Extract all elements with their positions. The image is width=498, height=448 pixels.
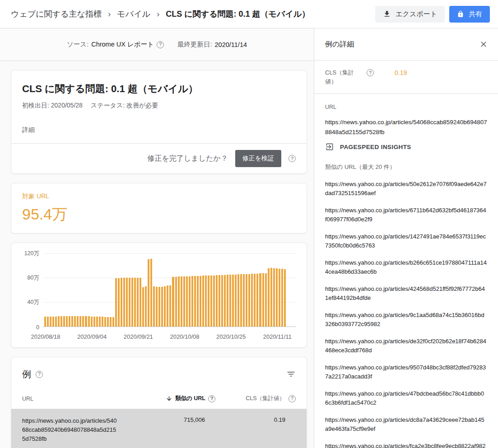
bar[interactable] — [221, 275, 223, 327]
filter-icon[interactable] — [286, 369, 296, 379]
bar[interactable] — [148, 259, 149, 327]
similar-url[interactable]: https://news.yahoo.co.jp/articles/9c1aa5… — [325, 311, 487, 328]
similar-urls-help-icon[interactable]: ? — [208, 395, 215, 402]
bar[interactable] — [183, 276, 185, 327]
bar[interactable] — [71, 316, 73, 327]
bar[interactable] — [145, 286, 147, 327]
share-button[interactable]: 共有 — [449, 6, 490, 23]
breadcrumb-mobile[interactable]: モバイル — [117, 9, 150, 19]
bar[interactable] — [254, 274, 256, 327]
bar[interactable] — [262, 273, 264, 327]
cls-help-icon[interactable]: ? — [289, 395, 296, 402]
bar[interactable] — [69, 316, 70, 327]
bar[interactable] — [210, 275, 212, 327]
bar[interactable] — [50, 317, 51, 327]
pagespeed-insights-link[interactable]: PAGESPEED INSIGHTS — [325, 142, 487, 151]
bar[interactable] — [66, 316, 68, 327]
bar[interactable] — [131, 278, 133, 327]
bar[interactable] — [251, 274, 253, 327]
bar[interactable] — [178, 276, 180, 327]
bar[interactable] — [115, 278, 117, 327]
bar[interactable] — [88, 316, 90, 327]
bar[interactable] — [208, 275, 209, 327]
bar[interactable] — [158, 287, 160, 327]
similar-url[interactable]: https://news.yahoo.co.jp/articles/47bdcb… — [325, 389, 487, 407]
affected-urls-metric-card[interactable]: 対象 URL 95.4万 — [11, 183, 307, 233]
bar[interactable] — [164, 286, 166, 327]
column-header-similar-urls[interactable]: 類似の URL ? — [143, 395, 215, 402]
bar[interactable] — [248, 274, 250, 327]
bar[interactable] — [96, 317, 98, 327]
bar[interactable] — [99, 317, 101, 327]
bar[interactable] — [202, 275, 204, 327]
bar[interactable] — [284, 269, 286, 327]
bar[interactable] — [156, 287, 158, 327]
bar[interactable] — [213, 275, 215, 327]
bar[interactable] — [137, 278, 139, 327]
bar[interactable] — [47, 317, 49, 327]
bar[interactable] — [216, 275, 218, 327]
bar[interactable] — [279, 269, 280, 327]
bar[interactable] — [235, 275, 237, 327]
table-row[interactable]: https://news.yahoo.co.jp/articles/54068c… — [11, 409, 307, 448]
similar-url[interactable]: https://news.yahoo.co.jp/articles/50e261… — [325, 180, 487, 197]
bar[interactable] — [123, 278, 125, 327]
bar[interactable] — [256, 274, 258, 327]
bar[interactable] — [112, 317, 114, 327]
bar[interactable] — [189, 276, 191, 327]
cls-aggregate-help-icon[interactable]: ? — [367, 69, 374, 76]
validate-fix-button[interactable]: 修正を検証 — [235, 150, 281, 167]
similar-url[interactable]: https://news.yahoo.co.jp/articles/142749… — [325, 232, 487, 250]
bar[interactable] — [175, 277, 177, 327]
bar[interactable] — [85, 316, 87, 327]
similar-url[interactable]: https://news.yahoo.co.jp/articles/de32f0… — [325, 337, 487, 355]
bar[interactable] — [167, 285, 168, 327]
bar[interactable] — [172, 277, 174, 327]
bar[interactable] — [77, 316, 79, 327]
bar[interactable] — [281, 269, 283, 327]
bar[interactable] — [82, 316, 84, 327]
bar[interactable] — [194, 276, 196, 327]
source-help-icon[interactable]: ? — [157, 41, 164, 48]
bar[interactable] — [150, 259, 152, 327]
bar[interactable] — [237, 274, 239, 327]
bar[interactable] — [276, 268, 278, 327]
bar[interactable] — [91, 317, 93, 327]
examples-help-icon[interactable]: ? — [36, 371, 43, 378]
bar[interactable] — [52, 317, 54, 327]
bar[interactable] — [44, 317, 46, 327]
example-url[interactable]: https://news.yahoo.co.jp/articles/54068c… — [325, 117, 487, 137]
bar[interactable] — [224, 275, 226, 327]
column-header-url[interactable]: URL — [22, 396, 143, 402]
bar[interactable] — [186, 276, 188, 327]
bar[interactable] — [134, 278, 136, 327]
bar[interactable] — [265, 273, 267, 327]
bar[interactable] — [129, 278, 130, 327]
validate-help-icon[interactable]: ? — [289, 155, 296, 162]
bar[interactable] — [259, 273, 261, 327]
bar[interactable] — [273, 268, 275, 327]
bar[interactable] — [232, 275, 234, 327]
bar[interactable] — [55, 317, 57, 327]
bar[interactable] — [200, 276, 201, 327]
column-header-cls[interactable]: CLS（集計値） ? — [215, 395, 296, 402]
bar[interactable] — [240, 274, 242, 327]
bar[interactable] — [153, 286, 155, 327]
bar[interactable] — [93, 317, 95, 327]
bar[interactable] — [197, 276, 199, 327]
bar[interactable] — [104, 317, 106, 327]
bar[interactable] — [243, 274, 245, 327]
bar[interactable] — [58, 316, 60, 327]
bar[interactable] — [191, 276, 193, 327]
bar[interactable] — [246, 274, 247, 327]
bar[interactable] — [110, 317, 112, 327]
bar[interactable] — [268, 268, 270, 327]
breadcrumb-core-web-vitals[interactable]: ウェブに関する主な指標 — [11, 9, 102, 19]
bar[interactable] — [205, 275, 207, 327]
bar[interactable] — [227, 275, 228, 327]
bar[interactable] — [181, 276, 182, 327]
export-button[interactable]: エクスポート — [375, 6, 445, 23]
bar[interactable] — [107, 317, 109, 327]
bar[interactable] — [161, 287, 163, 327]
similar-url[interactable]: https://news.yahoo.co.jp/articles/dc8a7a… — [325, 415, 487, 433]
